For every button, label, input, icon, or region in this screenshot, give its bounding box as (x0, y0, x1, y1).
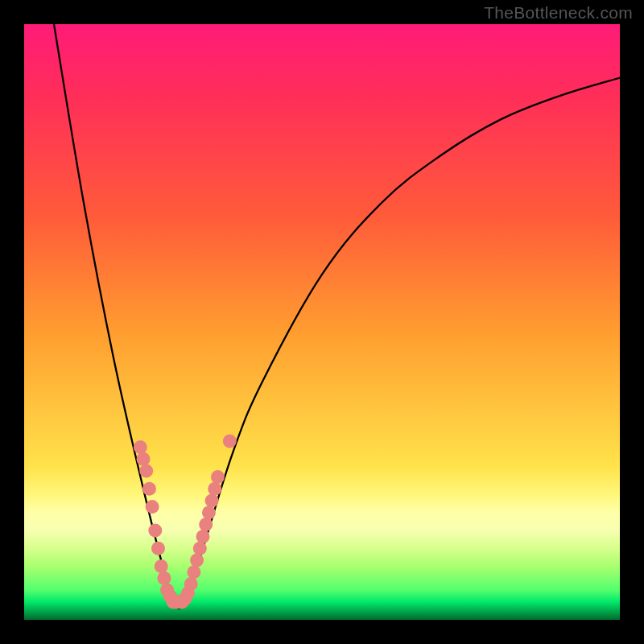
data-marker (190, 554, 204, 568)
data-marker (184, 577, 198, 591)
data-marker (155, 559, 168, 573)
data-marker (137, 452, 151, 466)
data-marker (199, 518, 213, 531)
data-marker (163, 589, 177, 603)
data-marker (139, 464, 153, 478)
data-marker (169, 595, 183, 609)
data-marker (167, 595, 180, 609)
data-marker (151, 542, 165, 555)
data-marker (148, 524, 162, 538)
chart-frame: TheBottleneck.com (0, 0, 644, 644)
curve-line (54, 24, 620, 609)
data-marker (142, 482, 156, 496)
data-marker (178, 592, 192, 606)
data-marker (202, 506, 216, 519)
data-marker (205, 494, 219, 508)
data-marker (181, 586, 195, 600)
data-marker (211, 470, 225, 484)
data-marker (196, 530, 210, 543)
data-marker (187, 565, 200, 579)
data-marker (172, 595, 186, 609)
data-marker (175, 595, 189, 609)
data-marker (146, 500, 159, 514)
data-marker (134, 440, 147, 454)
bottleneck-curve (24, 24, 620, 620)
data-marker (160, 584, 174, 597)
watermark-text: TheBottleneck.com (484, 3, 633, 23)
data-marker (208, 482, 221, 496)
plot-area (24, 24, 620, 620)
data-marker (223, 435, 237, 448)
data-marker (193, 542, 207, 555)
data-marker (157, 572, 171, 585)
